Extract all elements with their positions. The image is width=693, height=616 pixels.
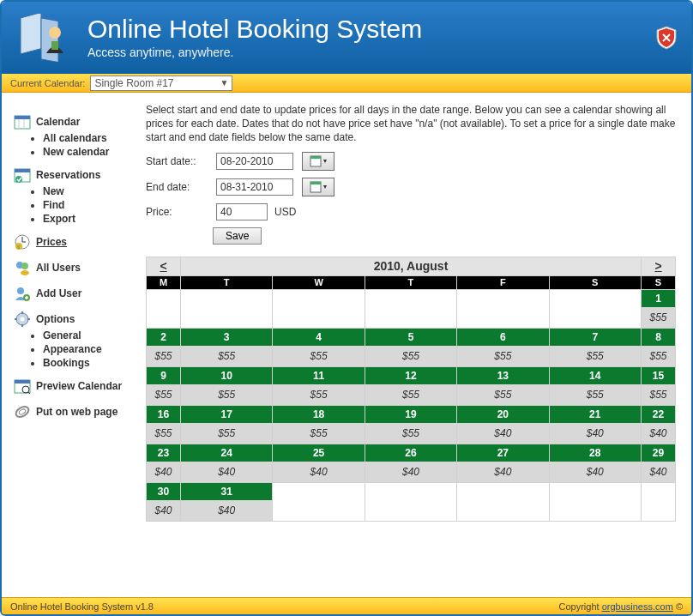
svg-point-15: [21, 263, 28, 269]
day-price: $55: [642, 384, 675, 405]
day-price: [365, 500, 456, 521]
main-content: Select start and end date to update pric…: [146, 93, 691, 597]
calendar-select[interactable]: Single Room #17 ▼: [90, 75, 232, 91]
day-number: [457, 290, 548, 307]
start-date-label: Start date::: [146, 155, 213, 167]
calendar-day-cell[interactable]: 26$40: [365, 444, 456, 482]
sidebar-item-label: Prices: [36, 236, 67, 248]
day-price: $55: [457, 346, 548, 366]
sidebar-sub-new[interactable]: New: [43, 185, 142, 197]
sidebar-item-label: Reservations: [36, 169, 100, 181]
calendar-day-cell[interactable]: 29$40: [642, 444, 676, 482]
calendar-day-cell[interactable]: 18$55: [273, 405, 365, 444]
calendar-day-cell: [365, 289, 456, 328]
calendar-day-cell[interactable]: 27$40: [457, 444, 549, 482]
calendar-day-cell[interactable]: 23$40: [147, 444, 181, 482]
svg-point-20: [21, 317, 25, 322]
start-date-picker-button[interactable]: [302, 152, 334, 171]
end-date-picker-button[interactable]: [302, 178, 334, 196]
svg-rect-3: [51, 41, 58, 50]
day-price: $40: [365, 462, 456, 482]
sidebar-item-options[interactable]: Options: [14, 311, 142, 328]
sidebar-sub-all-calendars[interactable]: All calendars: [43, 132, 142, 144]
sidebar-sub-export[interactable]: Export: [43, 213, 142, 225]
calendar-day-cell[interactable]: 24$40: [181, 444, 273, 482]
svg-point-2: [49, 27, 61, 39]
current-calendar-label: Current Calendar:: [10, 78, 85, 88]
calendar-day-cell[interactable]: 3$55: [181, 328, 273, 366]
calendar-day-cell[interactable]: 10$55: [181, 366, 273, 405]
calendar-day-cell[interactable]: 12$55: [365, 366, 456, 405]
day-price: $55: [147, 346, 180, 366]
footer-link[interactable]: orgbusiness.com: [602, 601, 673, 612]
calendar-day-cell[interactable]: 14$55: [549, 366, 641, 405]
svg-rect-9: [15, 169, 30, 172]
calendar-day-cell[interactable]: 1$55: [642, 289, 676, 328]
day-number: 26: [365, 444, 456, 462]
calendar-day-cell[interactable]: 19$55: [365, 405, 456, 444]
calendar-day-cell: [181, 289, 273, 328]
sidebar-item-calendar[interactable]: Calendar: [14, 113, 142, 130]
sidebar-sub-appearance[interactable]: Appearance: [43, 343, 142, 355]
start-date-input[interactable]: 08-20-2010: [216, 153, 293, 170]
calendar-day-cell[interactable]: 16$55: [147, 405, 181, 444]
sidebar-sub-general[interactable]: General: [43, 329, 142, 341]
calendar-day-cell[interactable]: 28$40: [549, 444, 641, 482]
next-month-button[interactable]: >: [654, 259, 661, 273]
footer-version: Online Hotel Booking System v1.8: [10, 601, 154, 612]
sidebar-sub-new-calendar[interactable]: New calendar: [43, 146, 142, 158]
calendar-day-cell[interactable]: 31$40: [181, 482, 273, 521]
calendar-day-cell: [147, 289, 181, 328]
calendar-day-cell[interactable]: 7$55: [549, 328, 641, 366]
day-number: 18: [273, 406, 364, 423]
calendar-day-cell[interactable]: 15$55: [642, 366, 676, 405]
day-price: $55: [181, 346, 272, 366]
footer: Online Hotel Booking System v1.8 Copyrig…: [2, 597, 691, 614]
prices-icon: $: [14, 233, 31, 251]
day-number: 10: [181, 367, 272, 384]
currency-label: USD: [274, 206, 296, 218]
sidebar-item-all-users[interactable]: All Users: [14, 259, 142, 276]
day-price: $55: [365, 384, 456, 405]
calendar-day-cell[interactable]: 11$55: [273, 366, 365, 405]
end-date-input[interactable]: 08-31-2010: [216, 178, 293, 196]
app-header: Online Hotel Booking System Access anyti…: [2, 2, 691, 74]
save-button[interactable]: Save: [213, 227, 262, 245]
dow-cell: W: [273, 275, 365, 289]
prev-month-button[interactable]: <: [160, 259, 166, 273]
calendar-day-cell[interactable]: 5$55: [365, 328, 456, 366]
calendar-day-cell: [549, 289, 641, 328]
calendar-day-cell[interactable]: 6$55: [457, 328, 549, 366]
calendar-day-cell[interactable]: 21$40: [549, 405, 641, 444]
day-number: 14: [550, 367, 641, 384]
price-input[interactable]: 40: [216, 203, 268, 220]
calendar-day-cell[interactable]: 22$40: [642, 405, 676, 444]
sidebar-item-reservations[interactable]: Reservations: [14, 166, 142, 184]
calendar-day-cell[interactable]: 8$55: [642, 328, 676, 366]
sidebar-item-webpage[interactable]: Put on web page: [14, 403, 142, 420]
calendar-day-cell[interactable]: 25$40: [273, 444, 365, 482]
day-number: 27: [457, 444, 548, 462]
sidebar-sub-bookings[interactable]: Bookings: [43, 357, 142, 369]
day-price: [273, 500, 364, 521]
sidebar-item-add-user[interactable]: Add User: [14, 285, 142, 302]
calendar-day-cell[interactable]: 2$55: [147, 328, 181, 366]
dow-cell: T: [365, 275, 456, 289]
svg-rect-32: [310, 156, 321, 159]
sidebar-item-prices[interactable]: $ Prices: [14, 233, 142, 251]
calendar-day-cell[interactable]: 30$40: [147, 482, 181, 521]
sidebar-sub-find[interactable]: Find: [43, 199, 142, 211]
shield-close-icon[interactable]: [655, 26, 678, 50]
sidebar-item-preview[interactable]: Preview Calendar: [14, 377, 142, 395]
day-price: $55: [181, 423, 272, 444]
calendar-day-cell[interactable]: 13$55: [457, 366, 549, 405]
chevron-down-icon: ▼: [220, 78, 229, 88]
app-title: Online Hotel Booking System: [87, 16, 422, 42]
calendar-day-cell[interactable]: 17$55: [181, 405, 273, 444]
svg-rect-5: [15, 116, 30, 119]
sidebar-item-label: All Users: [36, 262, 81, 274]
calendar-day-cell[interactable]: 9$55: [147, 366, 181, 405]
calendar-day-cell[interactable]: 4$55: [273, 328, 365, 366]
users-icon: [14, 259, 31, 276]
calendar-day-cell[interactable]: 20$40: [457, 405, 549, 444]
